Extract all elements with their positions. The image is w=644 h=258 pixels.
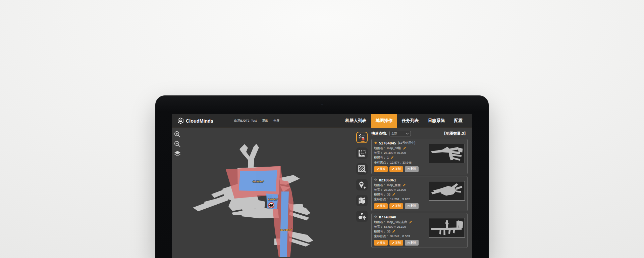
cloudminds-logo-icon [177,118,184,124]
trash-icon [407,168,410,170]
map-view-tools [174,131,181,158]
add-point-button[interactable] [356,179,368,190]
copy-label: 复制 [395,204,401,208]
map-id: 82186961 [379,178,396,182]
map-origin-value: 34.247，8.533 [390,234,410,239]
modify-map-button[interactable]: 修改 [374,240,388,246]
map-origin-label: 坐标原点： [374,197,389,202]
favorite-star-icon[interactable]: ★ [374,141,377,145]
map-card: ☆ 82186961 地图名： map_腿腿 长宽： 23.200 × 22.9… [371,176,468,211]
map-floor-label: 楼层号： [374,155,386,160]
map-name-label: 地图名： [374,220,386,224]
delete-map-button[interactable]: 删除 [405,166,419,172]
area-label-2: 8.614m² [268,198,278,201]
delete-map-marker-button[interactable] [356,195,368,206]
copy-label: 复制 [395,167,401,171]
delete-map-button[interactable]: 删除 [405,203,419,209]
map-size-value: 56.600 × 25.100 [384,224,406,229]
upload-map-button[interactable] [356,211,368,222]
tab-robot-list[interactable]: 机器人列表 [341,114,371,128]
modify-map-button[interactable]: 修改 [374,203,388,209]
measure-area-button[interactable] [356,147,368,159]
map-thumbnail-image [429,144,465,163]
modify-map-button[interactable]: 修改 [374,166,388,172]
map-origin-value: 14.204，5.952 [390,197,410,202]
copy-map-button[interactable]: 复制 [389,240,403,246]
map-filter-value: 全部 [391,132,397,136]
favorite-star-icon[interactable]: ☆ [374,178,377,182]
modify-label: 修改 [380,241,385,245]
map-floor-label: 楼层号： [374,192,386,197]
copy-label: 复制 [395,241,401,245]
map-size-label: 长宽： [374,187,383,192]
edit-icon [392,205,394,207]
map-thumbnail-image [429,218,465,237]
fullscreen-link[interactable]: 全屏 [273,119,279,123]
favorite-star-icon[interactable]: ☆ [374,215,377,219]
tab-map-ops[interactable]: 地图操作 [371,114,397,128]
map-thumbnail[interactable] [429,144,465,163]
patrol-point-list-button[interactable] [356,132,368,143]
edit-icon [376,205,379,207]
map-name-value: map_33楼 [387,146,401,150]
edit-icon [392,168,394,170]
zoom-in-icon[interactable] [174,131,181,138]
edit-icon[interactable] [402,183,406,187]
laptop-frame: CloudMinds 欢迎BJDT2_Test 退出 全屏 机器人列表 地图操作… [155,95,489,258]
area-label-3: 80.215m² [280,228,292,231]
map-name-value: map_腿腿 [387,183,401,187]
main-nav: 机器人列表 地图操作 任务列表 日志系统 配置 [341,114,472,128]
edit-icon[interactable] [392,193,395,196]
map-id: 87749840 [379,215,396,219]
map-floor-value: 33 [387,229,390,234]
map-name-value: map_33层走廊 [387,220,407,224]
logout-link[interactable]: 退出 [262,119,268,123]
trash-icon [407,242,410,244]
edit-icon[interactable] [392,230,395,233]
tab-log-system[interactable]: 日志系统 [423,114,449,128]
map-id: 51764845 [379,141,396,145]
edit-icon [392,242,394,244]
edit-icon[interactable] [403,146,406,150]
map-thumbnail[interactable] [429,181,465,201]
area-label-1: 40.519m² [253,180,264,183]
delete-label: 删除 [411,167,416,171]
tab-task-list[interactable]: 任务列表 [397,114,423,128]
delete-map-button[interactable]: 删除 [405,240,419,246]
copy-map-button[interactable]: 复制 [389,166,403,172]
add-virtual-wall-icon [358,165,366,173]
map-size-value: 23.200 × 22.900 [384,187,406,192]
tab-config[interactable]: 配置 [449,114,467,128]
map-floor-value: 1 [387,155,389,160]
modify-label: 修改 [380,204,385,208]
webcam-dot [321,103,323,105]
measure-area-icon [358,149,366,158]
layers-icon[interactable] [174,150,181,158]
map-floor-value: 33 [387,192,390,197]
map-floor-label: 楼层号： [374,229,386,234]
edit-icon[interactable] [409,220,412,224]
quick-find-label: 快速查找: [371,131,387,136]
map-filter-select[interactable]: 全部 [389,131,411,136]
delete-label: 删除 [411,241,416,245]
trash-icon [407,205,410,207]
zoom-out-icon[interactable] [174,140,181,148]
map-size-label: 长宽： [374,150,383,155]
add-point-icon [358,180,366,189]
edit-icon [376,168,379,170]
patrol-point-list-icon [358,133,366,142]
delete-label: 删除 [411,204,416,208]
upload-map-icon [358,212,366,221]
content: 40.519m² 8.614m² 80.215m² [172,128,472,257]
panel-top-bar: 快速查找: 全部 【地图数量:3】 [371,131,468,136]
map-count: 【地图数量:3】 [442,131,468,136]
add-virtual-wall-button[interactable] [356,163,368,175]
robot-marker[interactable] [269,203,274,208]
welcome-text: 欢迎BJDT2_Test [234,119,257,123]
map-thumbnail-image [429,181,465,200]
edit-icon[interactable] [390,156,394,159]
map-thumbnail[interactable] [429,218,465,238]
map-canvas[interactable]: 40.519m² 8.614m² 80.215m² [172,128,353,257]
copy-map-button[interactable]: 复制 [389,203,403,209]
map-origin-value: 12.874，33.946 [390,160,412,165]
